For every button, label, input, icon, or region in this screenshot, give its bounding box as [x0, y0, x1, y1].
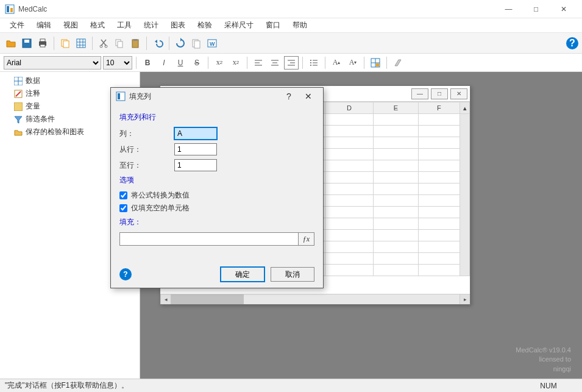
column-input[interactable]	[174, 127, 217, 140]
svg-rect-6	[40, 39, 45, 41]
align-right-icon[interactable]	[284, 56, 299, 69]
undo-icon[interactable]	[151, 36, 165, 51]
menu-charts[interactable]: 图表	[165, 19, 191, 32]
cancel-button[interactable]: 取消	[271, 267, 314, 282]
cb2-label: 仅填充空的单元格	[131, 203, 190, 213]
italic-icon[interactable]: I	[157, 56, 171, 69]
strike-icon[interactable]: S	[190, 56, 204, 69]
svg-point-36	[310, 62, 311, 63]
align-left-icon[interactable]	[251, 56, 266, 69]
format-toolbar: Arial 10 B I U S x2 x2 A▴ A▾	[0, 54, 582, 72]
font-select[interactable]: Arial	[4, 56, 101, 69]
to-row-input[interactable]	[174, 159, 217, 171]
svg-rect-20	[133, 39, 137, 41]
help-icon[interactable]: ?	[566, 37, 578, 49]
list-icon[interactable]	[307, 56, 321, 69]
font-size-select[interactable]: 10	[103, 56, 132, 69]
sheet-maximize-button[interactable]: □	[431, 88, 448, 99]
window-maximize-button[interactable]: □	[522, 0, 550, 18]
svg-rect-18	[118, 41, 122, 48]
section-options: 选项	[119, 175, 314, 185]
app-logo-icon	[5, 4, 15, 14]
filter-icon	[13, 115, 23, 124]
refresh-icon[interactable]	[173, 36, 188, 51]
cut-icon[interactable]	[96, 36, 111, 51]
menu-tests[interactable]: 检验	[191, 19, 218, 32]
section-fill-range: 填充列和行	[119, 112, 314, 123]
subscript-icon[interactable]: x2	[212, 56, 227, 69]
ok-button[interactable]: 确定	[221, 267, 264, 282]
save-icon[interactable]	[20, 36, 34, 51]
dialog-help-button[interactable]: ?	[279, 89, 299, 104]
sheet-close-button[interactable]: ✕	[450, 88, 467, 99]
note-icon	[13, 89, 23, 99]
fill-column-dialog: 填充列 ? ✕ 填充列和行 列： 从行： 至行： 选项 将公式转换为数值 仅填充…	[110, 87, 324, 288]
superscript-icon[interactable]: x2	[229, 56, 243, 69]
section-fill: 填充：	[119, 217, 314, 227]
cell-format-icon[interactable]	[368, 56, 383, 69]
bold-icon[interactable]: B	[140, 56, 155, 69]
underline-icon[interactable]: U	[173, 56, 188, 69]
menu-window[interactable]: 窗口	[260, 19, 286, 32]
window-close-button[interactable]: ✕	[550, 0, 577, 18]
svg-rect-50	[118, 93, 120, 99]
menu-tools[interactable]: 工具	[111, 19, 138, 32]
grid-icon	[13, 76, 23, 86]
menu-samplesize[interactable]: 采样尺寸	[218, 19, 260, 32]
dialog-title: 填充列	[129, 91, 279, 102]
svg-rect-9	[63, 41, 69, 48]
menu-bar: 文件 编辑 视图 格式 工具 统计 图表 检验 采样尺寸 窗口 帮助	[0, 18, 582, 33]
doc-copy-icon[interactable]	[189, 36, 204, 51]
dialog-help-icon[interactable]: ?	[119, 268, 132, 280]
from-row-input[interactable]	[174, 143, 217, 155]
open-icon[interactable]	[4, 36, 18, 51]
dialog-titlebar[interactable]: 填充列 ? ✕	[111, 88, 323, 105]
main-toolbar: W ?	[0, 33, 582, 54]
fx-button[interactable]: ƒx	[299, 232, 314, 246]
svg-rect-43	[376, 63, 379, 66]
to-label: 至行：	[119, 160, 174, 171]
fill-value-input[interactable]	[119, 232, 299, 246]
svg-rect-1	[7, 6, 9, 12]
word-export-icon[interactable]: W	[205, 36, 219, 51]
menu-view[interactable]: 视图	[57, 19, 84, 32]
copy-icon[interactable]	[58, 36, 73, 51]
menu-edit[interactable]: 编辑	[30, 19, 57, 32]
dialog-logo-icon	[116, 91, 126, 101]
svg-rect-4	[24, 40, 29, 43]
svg-text:W: W	[210, 41, 215, 47]
svg-rect-48	[14, 102, 23, 111]
menu-file[interactable]: 文件	[4, 19, 30, 32]
svg-rect-22	[194, 41, 200, 48]
sheet-minimize-button[interactable]: —	[411, 88, 428, 99]
clear-format-icon[interactable]	[391, 56, 405, 69]
menu-format[interactable]: 格式	[84, 19, 111, 32]
menu-help[interactable]: 帮助	[286, 19, 313, 32]
tree-node-data[interactable]: 数据	[1, 74, 138, 87]
copy2-icon[interactable]	[112, 36, 127, 51]
table-icon[interactable]	[74, 36, 88, 51]
align-center-icon[interactable]	[268, 56, 282, 69]
convert-formula-checkbox[interactable]	[119, 191, 127, 199]
font-increase-icon[interactable]: A▴	[329, 56, 344, 69]
paste-icon[interactable]	[128, 36, 143, 51]
title-bar: MedCalc — □ ✕	[0, 0, 582, 18]
menu-stats[interactable]: 统计	[138, 19, 165, 32]
status-bar: "完成"对话框（按F1获取帮助信息）。 NUM	[0, 379, 582, 392]
col-label: 列：	[119, 129, 174, 139]
dialog-close-button[interactable]: ✕	[299, 89, 318, 104]
from-label: 从行：	[119, 144, 174, 155]
status-num: NUM	[540, 382, 556, 390]
window-minimize-button[interactable]: —	[495, 0, 522, 18]
svg-rect-10	[77, 39, 85, 48]
scroll-right-icon[interactable]: ▸	[460, 294, 470, 304]
font-decrease-icon[interactable]: A▾	[346, 56, 360, 69]
svg-point-34	[310, 60, 311, 61]
svg-rect-7	[40, 45, 45, 47]
fill-empty-checkbox[interactable]	[119, 204, 127, 212]
app-title: MedCalc	[18, 5, 495, 13]
scroll-left-icon[interactable]: ◂	[160, 294, 171, 304]
print-icon[interactable]	[35, 36, 50, 51]
svg-point-38	[310, 65, 311, 66]
horizontal-scrollbar[interactable]: ◂ ▸	[160, 294, 470, 304]
